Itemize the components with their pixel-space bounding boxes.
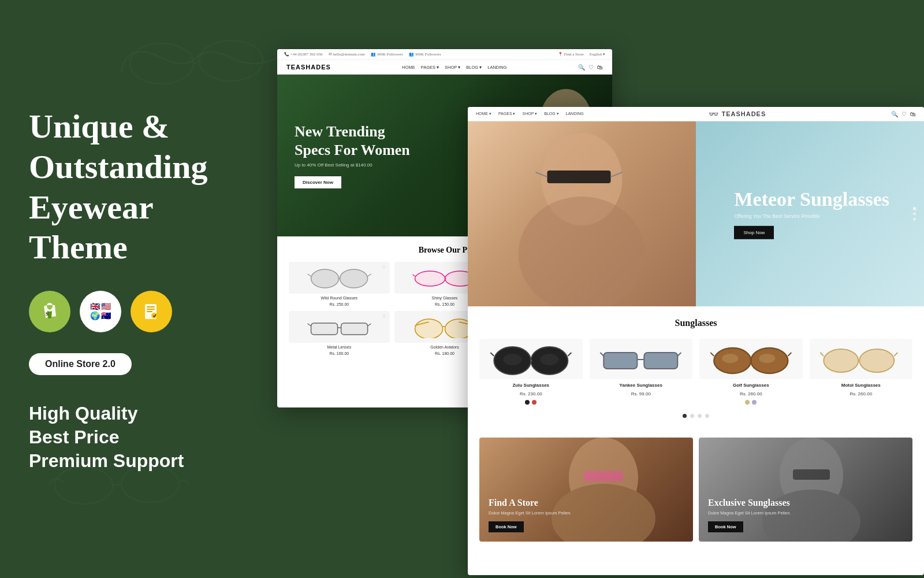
svg-line-26 bbox=[413, 275, 415, 276]
banner-exclusive-title: Exclusive Sunglasses bbox=[708, 498, 791, 508]
svg-point-63 bbox=[824, 349, 859, 372]
hero-dot-3 bbox=[913, 218, 916, 221]
svg-line-21 bbox=[307, 274, 311, 276]
back-navbar: TEASHADES HOME PAGES ▾ SHOP ▾ BLOG ▾ LAN… bbox=[277, 60, 612, 75]
banner-exclusive-button[interactable]: Book Now bbox=[708, 521, 743, 532]
svg-rect-72 bbox=[793, 469, 830, 480]
svg-line-34 bbox=[367, 324, 371, 326]
feature-premium-support: Premium Support bbox=[29, 450, 248, 472]
back-followers2: 👥 300K Followers bbox=[409, 52, 441, 57]
sg-name-3: Golf Sunglasses bbox=[733, 383, 769, 388]
back-product-name-1: Wild Round Glasses bbox=[321, 296, 357, 300]
front-hero-text: Meteor Sunglasses Offering You The Best … bbox=[734, 188, 889, 239]
carousel-dot-4[interactable] bbox=[705, 414, 709, 418]
hero-dot-2 bbox=[913, 213, 916, 216]
back-hero-subtitle: Up to 40% Off Best Selling at $140.00 bbox=[295, 162, 410, 168]
back-email: ✉ hello@domain.com bbox=[329, 52, 365, 57]
svg-rect-30 bbox=[311, 323, 337, 335]
banner-find-store-button[interactable]: Book Now bbox=[489, 521, 524, 532]
back-followers1: 👥 300K Followers bbox=[371, 52, 403, 57]
back-discover-button[interactable]: Discover Now bbox=[295, 176, 341, 188]
sg-name-1: Zulu Sunglasses bbox=[512, 383, 549, 388]
sg-price-1: Rs. 230.00 bbox=[520, 391, 542, 397]
banner-find-store-title: Find A Store bbox=[489, 498, 571, 508]
sg-item-1: Zulu Sunglasses Rs. 230.00 bbox=[479, 339, 583, 405]
sg-img-3 bbox=[699, 339, 803, 379]
svg-line-22 bbox=[367, 274, 371, 276]
badges-row: S 🇬🇧🇺🇸 🌍🇦🇺 bbox=[29, 291, 248, 332]
back-nav-icons: 🔍 ♡ 🛍 bbox=[578, 64, 603, 71]
banner-find-store-text: Find A Store Dulce Magna Eget Sit Lorem … bbox=[489, 498, 571, 532]
front-section-title: Sunglasses bbox=[479, 318, 912, 328]
svg-rect-52 bbox=[644, 353, 678, 369]
sg-color-dot-1 bbox=[525, 400, 530, 405]
sg-item-3: Golf Sunglasses Rs. 260.00 bbox=[699, 339, 803, 405]
banner-exclusive-text: Exclusive Sunglasses Dulce Magna Eget Si… bbox=[708, 498, 791, 532]
back-product-name-2: Shiny Glasses bbox=[432, 296, 458, 300]
back-nav-links: HOME PAGES ▾ SHOP ▾ BLOG ▾ LANDING bbox=[402, 65, 506, 70]
feature-high-quality: High Quality bbox=[29, 403, 248, 424]
front-shop-button[interactable]: Shop Now bbox=[734, 226, 774, 239]
svg-point-64 bbox=[860, 349, 895, 372]
flags-badge: 🇬🇧🇺🇸 🌍🇦🇺 bbox=[80, 291, 121, 332]
carousel-dots bbox=[479, 414, 912, 418]
online-store-badge: Online Store 2.0 bbox=[29, 353, 132, 375]
screenshots-area: 📞 +44 (0)387 392 056 ✉ hello@domain.com … bbox=[266, 0, 924, 578]
svg-rect-69 bbox=[584, 471, 623, 481]
back-product-price-1: Rs. 250.00 bbox=[329, 302, 349, 306]
svg-text:S: S bbox=[46, 311, 49, 317]
sg-price-4: Rs. 260.00 bbox=[850, 391, 872, 397]
svg-line-60 bbox=[788, 353, 791, 356]
svg-point-19 bbox=[340, 269, 367, 288]
front-bottom-banners: Find A Store Dulce Magna Eget Sit Lorem … bbox=[468, 438, 924, 553]
shopify-badge: S bbox=[29, 291, 70, 332]
svg-point-50 bbox=[540, 354, 558, 365]
front-nav-icons: 🔍 ♡ 🛍 bbox=[891, 111, 916, 117]
back-product-price-5: Rs. 180.00 bbox=[435, 351, 454, 355]
sg-img-2 bbox=[590, 339, 693, 379]
sg-img-1 bbox=[479, 339, 583, 379]
svg-rect-40 bbox=[547, 171, 611, 183]
sg-price-2: Rs. 99.00 bbox=[631, 391, 651, 397]
back-logo: TEASHADES bbox=[286, 64, 331, 71]
back-product-img-1: ☆ bbox=[289, 262, 390, 294]
back-hero-text: New Trending Specs For Women Up to 40% O… bbox=[295, 123, 410, 188]
svg-point-18 bbox=[311, 269, 338, 288]
sg-name-2: Yankee Sunglasses bbox=[620, 383, 662, 388]
back-phone: 📞 +44 (0)387 392 056 bbox=[284, 52, 323, 57]
svg-point-23 bbox=[415, 271, 445, 286]
front-screenshot: HOME ▾ PAGES ▾ SHOP ▾ BLOG ▾ LANDING 👓 T… bbox=[468, 107, 924, 575]
svg-rect-11 bbox=[147, 306, 155, 307]
front-hero: Meteor Sunglasses Offering You The Best … bbox=[468, 121, 924, 306]
front-logo: 👓 TEASHADES bbox=[709, 109, 766, 118]
banner-exclusive-sunglasses: Exclusive Sunglasses Dulce Magna Eget Si… bbox=[699, 438, 912, 542]
main-title: Unique & Outstanding Eyewear Theme bbox=[29, 106, 248, 267]
svg-point-14 bbox=[151, 313, 157, 318]
back-product-price-2: Rs. 150.00 bbox=[435, 302, 454, 306]
sg-colors-1 bbox=[525, 400, 536, 405]
banner-exclusive-desc: Dulce Magna Eget Sit Lorem Ipsum Pellen. bbox=[708, 510, 791, 516]
left-panel: Unique & Outstanding Eyewear Theme S 🇬🇧🇺… bbox=[0, 0, 277, 578]
sg-color-dot-2 bbox=[532, 400, 536, 405]
front-topbar: HOME ▾ PAGES ▾ SHOP ▾ BLOG ▾ LANDING 👓 T… bbox=[468, 107, 924, 121]
svg-line-59 bbox=[710, 353, 714, 356]
front-hero-title: Meteor Sunglasses bbox=[734, 188, 889, 210]
carousel-dot-3[interactable] bbox=[698, 414, 702, 418]
svg-line-54 bbox=[601, 353, 604, 356]
back-language: English ▾ bbox=[590, 52, 605, 57]
back-hero-title: New Trending Specs For Women bbox=[295, 123, 410, 158]
back-product-price-4: Rs. 160.00 bbox=[329, 351, 349, 355]
sg-color-dot-4 bbox=[752, 400, 757, 405]
sg-item-2: Yankee Sunglasses Rs. 99.00 bbox=[590, 339, 693, 405]
back-product-name-4: Metal Lenses bbox=[327, 345, 352, 349]
carousel-dot-1[interactable] bbox=[683, 414, 687, 418]
sg-img-4 bbox=[810, 339, 913, 379]
svg-line-67 bbox=[895, 353, 898, 356]
hero-dot-1 bbox=[913, 208, 916, 210]
sunglasses-grid: Zulu Sunglasses Rs. 230.00 bbox=[479, 339, 912, 405]
svg-rect-31 bbox=[341, 323, 367, 335]
back-product-name-5: Golden Aviators bbox=[430, 345, 459, 349]
carousel-dot-2[interactable] bbox=[690, 414, 694, 418]
front-sunglasses-section: Sunglasses Z bbox=[468, 306, 924, 438]
svg-rect-51 bbox=[604, 353, 638, 369]
